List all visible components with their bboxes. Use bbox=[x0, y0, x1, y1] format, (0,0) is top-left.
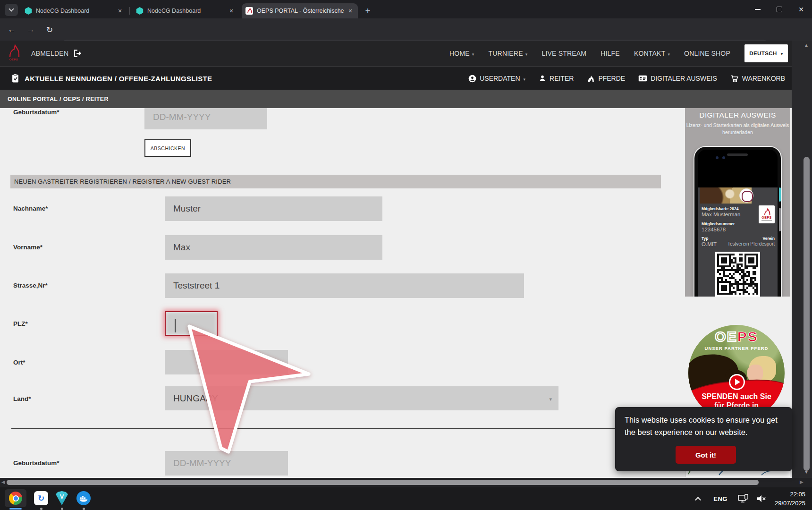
ort-input[interactable] bbox=[165, 350, 288, 374]
scroll-left-icon[interactable]: ◀ bbox=[1, 479, 5, 484]
volume-muted-icon[interactable] bbox=[756, 494, 766, 503]
forward-button[interactable]: → bbox=[25, 24, 37, 36]
running-app-dot bbox=[40, 508, 42, 510]
menu-onlineshop[interactable]: ONLINE SHOP bbox=[684, 50, 730, 57]
running-app-dot bbox=[61, 508, 63, 510]
abschicken-button[interactable]: ABSCHICKEN bbox=[144, 139, 191, 157]
menu-hilfe[interactable]: HILFE bbox=[601, 50, 620, 57]
user-icon bbox=[539, 75, 546, 82]
panel-subtitle: Lizenz- und Starterkarten als digitalen … bbox=[685, 122, 790, 136]
tray-expand-icon[interactable] bbox=[695, 497, 701, 503]
running-app-dot bbox=[83, 508, 85, 510]
scroll-down-icon[interactable]: ▼ bbox=[804, 469, 809, 475]
cookie-accept-button[interactable]: Got it! bbox=[676, 446, 736, 464]
id-card-icon bbox=[638, 75, 647, 82]
cookie-banner: This website uses cookies to ensure you … bbox=[615, 407, 792, 471]
plz-input[interactable] bbox=[165, 311, 218, 336]
tab-title: OEPS PORTAL - Österreichische bbox=[257, 8, 347, 14]
logout-link[interactable]: ABMELDEN bbox=[31, 41, 82, 66]
scroll-up-icon[interactable]: ▲ bbox=[804, 42, 809, 48]
taskbar-clock[interactable]: 22:05 29/07/2025 bbox=[775, 490, 805, 508]
taskbar-chrome-icon[interactable] bbox=[5, 489, 26, 507]
menu-turniere[interactable]: TURNIERE bbox=[489, 50, 528, 57]
clipboard-check-icon bbox=[11, 74, 19, 83]
phone-power-button bbox=[779, 187, 781, 202]
phone-speaker bbox=[727, 153, 748, 156]
tab-search-button[interactable] bbox=[5, 4, 18, 16]
chevron-down-icon bbox=[549, 394, 558, 403]
phone-camera-dot bbox=[722, 156, 725, 159]
vorname-input[interactable] bbox=[165, 235, 382, 260]
oeps-favicon bbox=[245, 7, 253, 15]
horizontal-scrollbar[interactable]: ◀ ▶ bbox=[0, 478, 812, 487]
window-controls bbox=[747, 0, 812, 18]
vertical-scroll-thumb[interactable] bbox=[804, 157, 810, 471]
chevron-down-icon bbox=[668, 50, 670, 57]
strasse-input[interactable] bbox=[165, 273, 524, 298]
menu-pferde[interactable]: PFERDE bbox=[587, 75, 625, 83]
menu-digitaler-ausweis[interactable]: DIGITALER AUSWEIS bbox=[638, 75, 717, 82]
chevron-down-icon bbox=[781, 51, 783, 56]
card-number-label: Mitgliedsnummer bbox=[702, 221, 735, 226]
horizontal-scroll-thumb[interactable] bbox=[7, 480, 759, 485]
field-label: Strasse,Nr* bbox=[13, 282, 48, 289]
vertical-scrollbar[interactable]: ▲ ▼ bbox=[792, 41, 812, 478]
tab-close-icon[interactable] bbox=[116, 7, 124, 15]
card-number: 12345678 bbox=[702, 227, 726, 232]
chevron-down-icon bbox=[472, 50, 474, 57]
browser-toolbar: ← → ↻ portal.oeps.at/oeps/set-online/man… bbox=[0, 18, 812, 41]
horse-icon bbox=[587, 75, 595, 83]
tab-close-icon[interactable] bbox=[347, 7, 354, 15]
card-verein-label: Verein bbox=[762, 236, 775, 241]
chevron-down-icon bbox=[525, 50, 528, 57]
geburtsdatum-input-top[interactable] bbox=[144, 105, 267, 129]
back-button[interactable]: ← bbox=[6, 24, 18, 36]
menu-kontakt[interactable]: KONTAKT bbox=[634, 50, 670, 57]
restore-button[interactable] bbox=[769, 0, 790, 18]
phone-screen: Mitgliedskarte 2024 Max Musterman OEPS M… bbox=[698, 150, 778, 297]
play-button-icon[interactable] bbox=[729, 374, 745, 390]
taskbar: V ENG 22:05 29/07/2025 bbox=[0, 487, 812, 510]
tab-close-icon[interactable] bbox=[228, 7, 235, 15]
taskbar-vpn-shield-icon[interactable]: V bbox=[56, 491, 68, 505]
user-menu: USERDATEN REITER PFERDE DIGITALER AUSWEI… bbox=[468, 67, 785, 90]
browser-tab-1[interactable]: NodeCG Dashboard bbox=[21, 3, 127, 18]
menu-livestream[interactable]: LIVE STREAM bbox=[541, 50, 586, 57]
oeps-card-logo: OEPS bbox=[759, 205, 775, 223]
chevron-down-icon bbox=[524, 75, 526, 82]
text-caret bbox=[175, 319, 176, 332]
card-typ-label: Typ bbox=[702, 236, 708, 241]
desktop-screen: NodeCG Dashboard NodeCG Dashboard OEPS P… bbox=[0, 0, 812, 510]
browser-tab-active[interactable]: OEPS PORTAL - Österreichische bbox=[242, 3, 358, 18]
menu-home[interactable]: HOME bbox=[449, 50, 474, 57]
system-tray: ENG 22:05 29/07/2025 bbox=[696, 487, 812, 510]
land-select[interactable]: HUNGARY bbox=[165, 386, 558, 410]
nachname-input[interactable] bbox=[165, 196, 382, 221]
menu-warenkorb[interactable]: WARENKORB bbox=[730, 74, 785, 83]
new-tab-button[interactable] bbox=[362, 5, 374, 17]
nodecg-favicon bbox=[136, 7, 144, 15]
cart-icon bbox=[730, 74, 739, 83]
browser-tab-2[interactable]: NodeCG Dashboard bbox=[132, 3, 239, 18]
menu-userdaten[interactable]: USERDATEN bbox=[468, 75, 525, 83]
cookie-message: This website uses cookies to ensure you … bbox=[625, 414, 783, 438]
taskbar-sync-app-icon[interactable] bbox=[34, 491, 48, 505]
geburtsdatum-input-bottom[interactable] bbox=[165, 451, 288, 476]
phone-mockup: Mitgliedskarte 2024 Max Musterman OEPS M… bbox=[694, 147, 781, 297]
scroll-right-icon[interactable]: ▶ bbox=[800, 479, 804, 484]
menu-reiter[interactable]: REITER bbox=[539, 75, 574, 82]
taskbar-docker-icon[interactable] bbox=[76, 491, 91, 505]
language-selector[interactable]: DEUTSCH bbox=[744, 44, 788, 62]
reload-button[interactable]: ↻ bbox=[43, 24, 56, 36]
minimize-button[interactable] bbox=[747, 0, 769, 18]
keyboard-language[interactable]: ENG bbox=[713, 495, 727, 502]
field-label: Ort* bbox=[13, 359, 25, 366]
user-circle-icon bbox=[468, 75, 476, 83]
membership-card: Mitgliedskarte 2024 Max Musterman OEPS M… bbox=[698, 187, 778, 297]
close-button[interactable] bbox=[790, 0, 812, 18]
oeps-logo[interactable]: OEPS bbox=[6, 43, 22, 64]
section-header: NEUEN GASTREITER REGISTRIEREN / REGISTER… bbox=[10, 175, 661, 188]
user-navbar: AKTUELLE NENNUNGEN / OFFENE-ZAHLUNGSLIST… bbox=[0, 66, 800, 90]
field-label: Vorname* bbox=[13, 244, 42, 251]
network-icon[interactable] bbox=[738, 494, 749, 503]
